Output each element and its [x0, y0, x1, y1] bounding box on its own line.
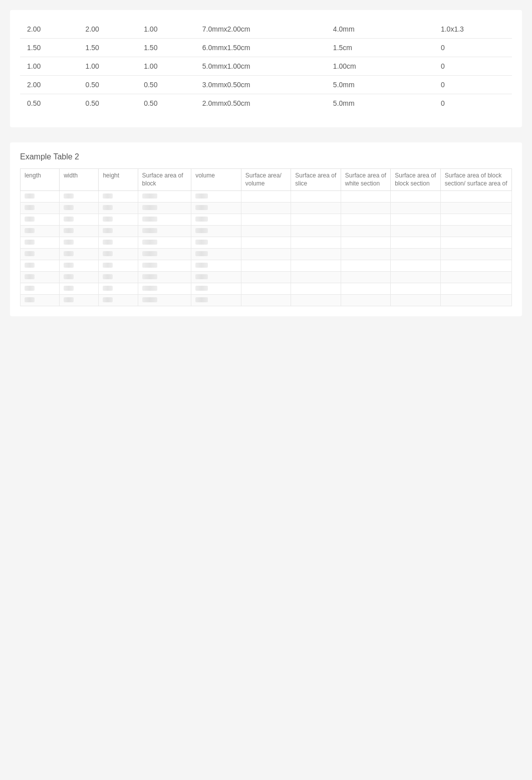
- table-cell: [191, 226, 241, 237]
- table-cell: [138, 272, 191, 283]
- table-cell: [391, 214, 441, 226]
- table-cell: 0.50: [79, 76, 137, 94]
- table-row: 1.001.001.005.0mmx1.00cm1.00cm0: [20, 57, 512, 76]
- table-cell: 2.00: [20, 76, 79, 94]
- table-row: [21, 214, 512, 226]
- table-cell: [440, 295, 511, 306]
- table-cell: [391, 260, 441, 272]
- table-cell: [341, 237, 391, 249]
- table-cell: [138, 203, 191, 214]
- table-cell: [21, 249, 60, 260]
- table-cell: [138, 191, 191, 203]
- table-cell: 0.50: [79, 94, 137, 113]
- table-cell: 1.5cm: [326, 39, 404, 57]
- table-cell: [241, 295, 291, 306]
- table-cell: [138, 295, 191, 306]
- table-cell: [191, 283, 241, 295]
- table-cell: [440, 237, 511, 249]
- table-cell: [391, 203, 441, 214]
- table-row: [21, 203, 512, 214]
- table-cell: 0: [434, 94, 512, 113]
- table-row: 0.500.500.502.0mmx0.50cm5.0mm0: [20, 94, 512, 113]
- table-cell: [21, 191, 60, 203]
- table-cell: [241, 214, 291, 226]
- table-row: [21, 260, 512, 272]
- table-cell: [241, 249, 291, 260]
- table-cell: [291, 283, 341, 295]
- table-cell: [391, 226, 441, 237]
- table-cell: [241, 272, 291, 283]
- table-cell: 2.00: [20, 20, 79, 39]
- table1-section: 2.002.001.007.0mmx2.00cm4.0mm1.0x1.31.50…: [10, 10, 522, 127]
- table-cell: 0.50: [137, 94, 195, 113]
- table-cell: [440, 283, 511, 295]
- table-cell: [60, 272, 99, 283]
- table-cell: [291, 295, 341, 306]
- table-cell: [99, 226, 138, 237]
- table-cell: [241, 237, 291, 249]
- table-cell: [241, 203, 291, 214]
- table-cell: 2.0mmx0.50cm: [195, 94, 326, 113]
- table-cell: [21, 214, 60, 226]
- table-cell: 3.0mmx0.50cm: [195, 76, 326, 94]
- table-cell: [391, 295, 441, 306]
- table-cell: [99, 295, 138, 306]
- table-row: [21, 249, 512, 260]
- table-cell: 5.0mmx1.00cm: [195, 57, 326, 76]
- table-row: 1.501.501.506.0mmx1.50cm1.5cm0: [20, 39, 512, 57]
- column-header-4: volume: [191, 169, 241, 191]
- table-row: [21, 283, 512, 295]
- table-cell: [191, 214, 241, 226]
- table-row: [21, 237, 512, 249]
- table-cell: [440, 214, 511, 226]
- table-cell: 5.0mm: [326, 76, 404, 94]
- table-cell: [21, 203, 60, 214]
- column-header-2: height: [99, 169, 138, 191]
- table-cell: 0: [434, 76, 512, 94]
- table2-title: Example Table 2: [20, 152, 512, 161]
- table-row: [21, 191, 512, 203]
- table-row: [21, 226, 512, 237]
- table2-section: Example Table 2 lengthwidthheightSurface…: [10, 142, 522, 316]
- table-cell: [99, 283, 138, 295]
- table-cell: [291, 203, 341, 214]
- table-cell: [391, 237, 441, 249]
- table-cell: 0.50: [137, 76, 195, 94]
- table-cell: [391, 283, 441, 295]
- table-cell: [341, 295, 391, 306]
- table-cell: [21, 295, 60, 306]
- table-cell: 1.00: [137, 57, 195, 76]
- table-cell: 0.50: [20, 94, 79, 113]
- column-header-8: Surface area of block section: [391, 169, 441, 191]
- table-cell: [138, 226, 191, 237]
- table-cell: [21, 237, 60, 249]
- table-cell: [191, 203, 241, 214]
- column-header-0: length: [21, 169, 60, 191]
- table-cell: [404, 39, 434, 57]
- table-cell: [138, 249, 191, 260]
- table-cell: [21, 226, 60, 237]
- table-cell: [341, 260, 391, 272]
- table-cell: 1.0x1.3: [434, 20, 512, 39]
- table-cell: [404, 76, 434, 94]
- table-cell: [291, 237, 341, 249]
- table-cell: [440, 260, 511, 272]
- table-cell: [60, 237, 99, 249]
- table-cell: [291, 226, 341, 237]
- table-cell: 5.0mm: [326, 94, 404, 113]
- table-cell: [341, 203, 391, 214]
- table-cell: [191, 249, 241, 260]
- table-cell: 6.0mmx1.50cm: [195, 39, 326, 57]
- table-cell: [138, 214, 191, 226]
- table-cell: [138, 260, 191, 272]
- table-cell: [21, 283, 60, 295]
- table-cell: [99, 203, 138, 214]
- table-cell: 0: [434, 39, 512, 57]
- table-cell: [404, 57, 434, 76]
- table-cell: [99, 260, 138, 272]
- table-cell: [440, 249, 511, 260]
- table-cell: [391, 191, 441, 203]
- table-cell: [404, 20, 434, 39]
- table-row: [21, 272, 512, 283]
- table-cell: [440, 203, 511, 214]
